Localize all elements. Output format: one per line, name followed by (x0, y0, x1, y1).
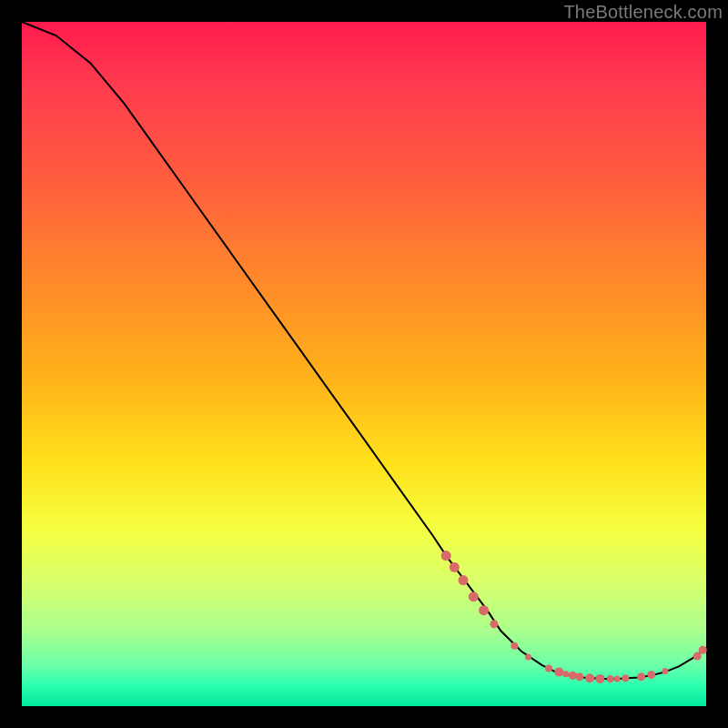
watermark-text: TheBottleneck.com (563, 2, 723, 23)
chart-marker (469, 592, 479, 602)
chart-marker (595, 674, 604, 683)
chart-marker (637, 672, 645, 681)
chart-marker (622, 674, 629, 682)
chart-plot-area (22, 22, 706, 706)
chart-svg (22, 22, 706, 706)
chart-marker (569, 672, 577, 680)
chart-marker (459, 575, 469, 585)
chart-marker (647, 671, 655, 679)
chart-marker (662, 668, 668, 674)
chart-marker (693, 652, 702, 661)
chart-marker (545, 665, 552, 672)
chart-marker (585, 673, 594, 682)
chart-marker (562, 671, 569, 677)
chart-marker (607, 675, 614, 682)
chart-marker (575, 672, 583, 681)
chart-markers (441, 551, 707, 683)
chart-marker (554, 667, 563, 676)
chart-frame: TheBottleneck.com (0, 0, 728, 728)
chart-marker (511, 642, 518, 650)
chart-marker (699, 646, 707, 654)
chart-marker (441, 551, 451, 561)
chart-marker (525, 653, 531, 660)
chart-marker (479, 605, 489, 615)
chart-marker (490, 620, 498, 628)
chart-marker (450, 562, 460, 572)
bottleneck-curve (22, 22, 706, 679)
chart-marker (614, 675, 621, 682)
